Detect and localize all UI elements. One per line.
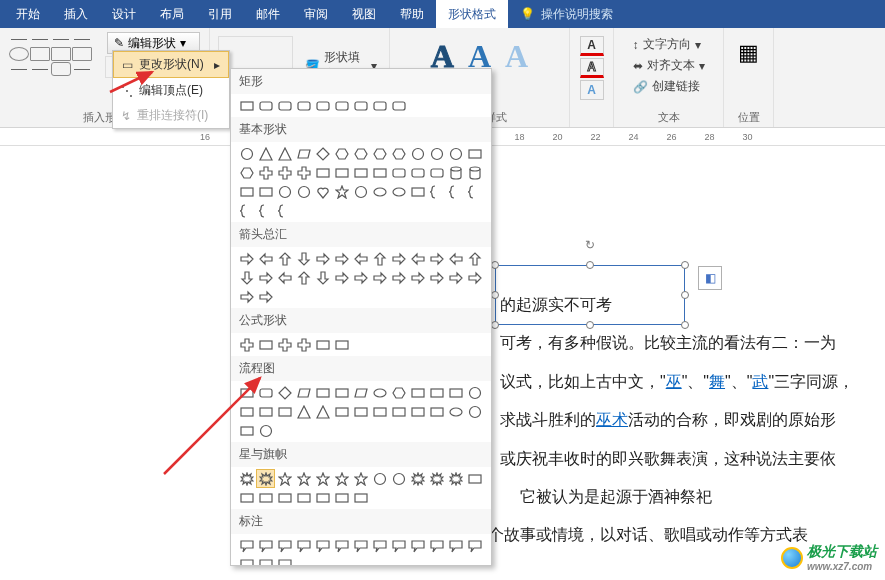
shape-option[interactable] (256, 249, 275, 268)
shape-option[interactable] (389, 383, 408, 402)
shape-option[interactable] (465, 268, 484, 287)
shape-option[interactable] (370, 249, 389, 268)
shape-option[interactable] (389, 268, 408, 287)
shape-option[interactable] (370, 163, 389, 182)
link-wushu[interactable]: 巫术 (596, 411, 628, 428)
text-outline-button[interactable]: A (580, 58, 604, 78)
shape-option[interactable] (465, 536, 484, 555)
text-fill-button[interactable]: A (580, 36, 604, 56)
shape-option[interactable] (427, 163, 446, 182)
shape-option[interactable] (275, 402, 294, 421)
text-direction-button[interactable]: ↕文字方向▾ (633, 36, 705, 53)
shape-option[interactable] (465, 249, 484, 268)
shape-option[interactable] (256, 287, 275, 306)
shape-option[interactable] (313, 268, 332, 287)
tab-start[interactable]: 开始 (4, 0, 52, 28)
grid-equation[interactable] (231, 333, 491, 356)
link-wu1[interactable]: 巫 (666, 373, 682, 390)
shape-option[interactable] (313, 402, 332, 421)
shape-option[interactable] (351, 96, 370, 115)
shape-option[interactable] (256, 96, 275, 115)
shape-option[interactable] (275, 268, 294, 287)
align-text-button[interactable]: ⬌对齐文本▾ (633, 57, 705, 74)
shape-option[interactable] (332, 469, 351, 488)
shape-option[interactable] (370, 182, 389, 201)
tell-me-search[interactable]: 💡 操作说明搜索 (508, 0, 625, 28)
shape-option[interactable] (256, 555, 275, 566)
shape-option[interactable] (237, 488, 256, 507)
shape-option[interactable] (313, 163, 332, 182)
shape-option[interactable] (313, 249, 332, 268)
shape-option[interactable] (351, 402, 370, 421)
tab-shape-format[interactable]: 形状格式 (436, 0, 508, 28)
shape-option[interactable] (256, 335, 275, 354)
shape-option[interactable] (465, 182, 484, 201)
shape-option[interactable] (446, 268, 465, 287)
shape-option[interactable] (275, 335, 294, 354)
shape-option[interactable] (237, 268, 256, 287)
shape-option[interactable] (313, 96, 332, 115)
shape-option[interactable] (294, 163, 313, 182)
shape-option[interactable] (465, 163, 484, 182)
shape-option[interactable] (408, 536, 427, 555)
tab-insert[interactable]: 插入 (52, 0, 100, 28)
shape-option[interactable] (351, 144, 370, 163)
grid-callouts[interactable] (231, 534, 491, 566)
shape-option[interactable] (256, 402, 275, 421)
shape-option[interactable] (446, 249, 465, 268)
shape-option[interactable] (446, 536, 465, 555)
grid-arrows[interactable] (231, 247, 491, 308)
shape-option[interactable] (294, 96, 313, 115)
shape-option[interactable] (313, 144, 332, 163)
shape-option[interactable] (294, 249, 313, 268)
shape-option[interactable] (237, 536, 256, 555)
menu-change-shape[interactable]: ▭ 更改形状(N) ▸ (113, 51, 229, 78)
shape-option[interactable] (237, 402, 256, 421)
tab-help[interactable]: 帮助 (388, 0, 436, 28)
shape-option[interactable] (275, 144, 294, 163)
shape-option[interactable] (237, 555, 256, 566)
shape-option[interactable] (256, 182, 275, 201)
shape-option[interactable] (237, 201, 256, 220)
tab-view[interactable]: 视图 (340, 0, 388, 28)
shape-option[interactable] (332, 536, 351, 555)
shape-option[interactable] (389, 163, 408, 182)
shape-option[interactable] (389, 144, 408, 163)
shape-option[interactable] (275, 383, 294, 402)
shape-option[interactable] (370, 268, 389, 287)
shape-option[interactable] (427, 249, 446, 268)
shape-option[interactable] (370, 383, 389, 402)
create-link-button[interactable]: 🔗创建链接 (633, 78, 705, 95)
shape-option[interactable] (408, 144, 427, 163)
shape-option[interactable] (351, 536, 370, 555)
shape-option[interactable] (389, 96, 408, 115)
shape-option[interactable] (237, 96, 256, 115)
tab-design[interactable]: 设计 (100, 0, 148, 28)
shape-option[interactable] (332, 144, 351, 163)
shape-option[interactable] (275, 96, 294, 115)
shape-option[interactable] (237, 421, 256, 440)
shape-option[interactable] (256, 469, 275, 488)
shape-option[interactable] (370, 144, 389, 163)
shape-option[interactable] (351, 249, 370, 268)
layout-options-button[interactable]: ◧ (698, 266, 722, 290)
shape-option[interactable] (408, 163, 427, 182)
link-wu2[interactable]: 舞 (709, 373, 725, 390)
shape-option[interactable] (332, 249, 351, 268)
shape-option[interactable] (408, 182, 427, 201)
shape-option[interactable] (351, 268, 370, 287)
shape-option[interactable] (313, 488, 332, 507)
shape-option[interactable] (237, 469, 256, 488)
shape-option[interactable] (313, 469, 332, 488)
shape-option[interactable] (294, 335, 313, 354)
shape-option[interactable] (351, 469, 370, 488)
shape-option[interactable] (389, 536, 408, 555)
shape-option[interactable] (332, 383, 351, 402)
shape-option[interactable] (465, 469, 484, 488)
shape-option[interactable] (294, 402, 313, 421)
shape-option[interactable] (294, 383, 313, 402)
shape-option[interactable] (294, 268, 313, 287)
tab-layout[interactable]: 布局 (148, 0, 196, 28)
shape-option[interactable] (370, 536, 389, 555)
shape-option[interactable] (275, 555, 294, 566)
